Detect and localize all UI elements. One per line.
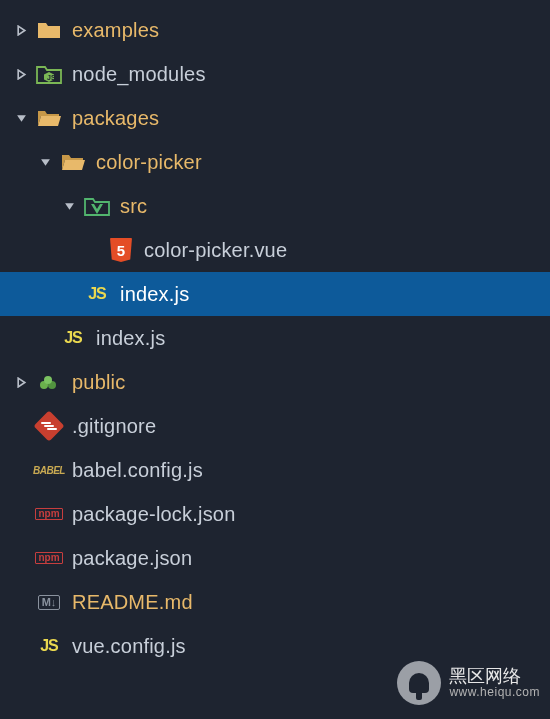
tree-item-label: .gitignore [72, 415, 156, 438]
watermark-logo-icon [397, 661, 441, 705]
tree-item-label: README.md [72, 591, 193, 614]
tree-item-label: index.js [120, 283, 189, 306]
watermark: 黑区网络 www.heiqu.com [397, 661, 540, 705]
vue-folder-icon [84, 193, 110, 219]
tree-item-label: vue.config.js [72, 635, 186, 658]
file-tree: examples JS node_modules packages color-… [0, 0, 550, 668]
js-icon: JS [60, 325, 86, 351]
tree-item-label: public [72, 371, 125, 394]
watermark-url: www.heiqu.com [449, 686, 540, 699]
tree-item-src[interactable]: src [0, 184, 550, 228]
tree-item-node-modules[interactable]: JS node_modules [0, 52, 550, 96]
tree-item-packages[interactable]: packages [0, 96, 550, 140]
tree-item-label: color-picker.vue [144, 239, 287, 262]
tree-item-label: package.json [72, 547, 192, 570]
svg-text:JS: JS [47, 74, 56, 81]
node-folder-icon: JS [36, 61, 62, 87]
tree-item-package-lock[interactable]: npm package-lock.json [0, 492, 550, 536]
watermark-title: 黑区网络 [449, 667, 540, 687]
tree-item-public[interactable]: public [0, 360, 550, 404]
tree-item-color-picker[interactable]: color-picker [0, 140, 550, 184]
tree-item-label: packages [72, 107, 159, 130]
js-icon: JS [36, 633, 62, 659]
tree-item-label: node_modules [72, 63, 206, 86]
tree-item-index-js[interactable]: JS index.js [0, 316, 550, 360]
tree-item-label: package-lock.json [72, 503, 236, 526]
tree-item-readme[interactable]: M↓ README.md [0, 580, 550, 624]
markdown-icon: M↓ [36, 589, 62, 615]
tree-item-label: index.js [96, 327, 165, 350]
chevron-down-icon [60, 197, 78, 215]
html5-icon: 5 [108, 237, 134, 263]
tree-item-examples[interactable]: examples [0, 8, 550, 52]
chevron-right-icon [12, 65, 30, 83]
tree-item-label: babel.config.js [72, 459, 203, 482]
tree-item-gitignore[interactable]: .gitignore [0, 404, 550, 448]
folder-icon [36, 17, 62, 43]
chevron-down-icon [36, 153, 54, 171]
svg-point-3 [44, 376, 52, 384]
git-icon [36, 413, 62, 439]
tree-item-label: src [120, 195, 147, 218]
tree-item-color-picker-vue[interactable]: 5 color-picker.vue [0, 228, 550, 272]
tree-item-index-js-selected[interactable]: JS index.js [0, 272, 550, 316]
tree-item-package-json[interactable]: npm package.json [0, 536, 550, 580]
tree-item-label: examples [72, 19, 159, 42]
npm-icon: npm [36, 501, 62, 527]
public-folder-icon [36, 369, 62, 395]
npm-icon: npm [36, 545, 62, 571]
tree-item-label: color-picker [96, 151, 202, 174]
babel-icon: BABEL [36, 457, 62, 483]
folder-open-icon [36, 105, 62, 131]
chevron-right-icon [12, 373, 30, 391]
tree-item-babel-config[interactable]: BABEL babel.config.js [0, 448, 550, 492]
js-icon: JS [84, 281, 110, 307]
chevron-down-icon [12, 109, 30, 127]
folder-open-icon [60, 149, 86, 175]
chevron-right-icon [12, 21, 30, 39]
